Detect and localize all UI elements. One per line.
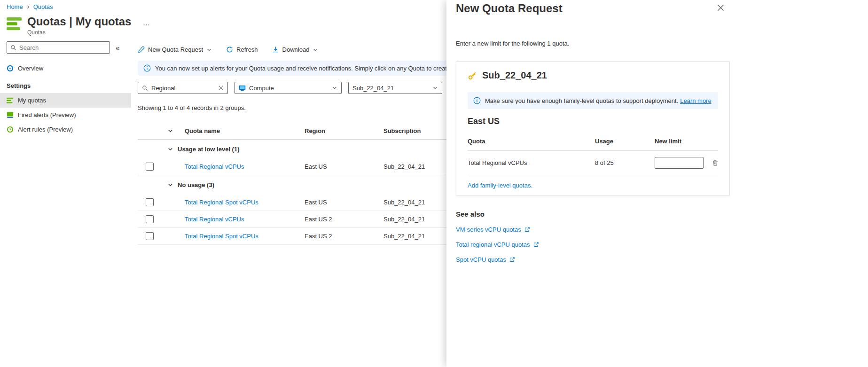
more-button[interactable]: … xyxy=(142,19,150,27)
row-checkbox[interactable] xyxy=(146,198,154,206)
quota-search-input[interactable] xyxy=(151,85,215,92)
panel-row-usage: 8 of 25 xyxy=(595,159,655,166)
column-header-usage: Usage xyxy=(595,138,655,145)
see-also-link-label: Total regional vCPU quotas xyxy=(456,241,530,248)
sidebar-search-input[interactable] xyxy=(19,44,106,51)
download-icon xyxy=(272,46,279,53)
sidebar-item-overview[interactable]: Overview xyxy=(0,61,131,76)
info-banner-text: Make sure you have enough family-level q… xyxy=(485,97,712,104)
quota-name-link[interactable]: Total Regional Spot vCPUs xyxy=(185,233,258,240)
subscription-dropdown[interactable]: Sub_22_04_21 xyxy=(348,82,442,94)
expand-all-chevron[interactable] xyxy=(138,128,185,134)
column-header-region[interactable]: Region xyxy=(305,127,383,134)
sidebar-item-alert-rules[interactable]: Alert rules (Preview) xyxy=(0,122,131,137)
sidebar-search-row: « xyxy=(0,41,131,54)
breadcrumb-quotas[interactable]: Quotas xyxy=(33,3,53,10)
group-label: Usage at low level (1) xyxy=(178,146,240,153)
page-title: Quotas | My quotas xyxy=(27,15,131,28)
see-also-link-spot[interactable]: Spot vCPU quotas xyxy=(456,256,515,263)
row-region: East US xyxy=(305,163,383,170)
fired-alerts-icon xyxy=(7,111,14,118)
download-button[interactable]: Download xyxy=(272,46,319,53)
panel-table-header: Quota Usage New limit xyxy=(468,138,718,151)
info-icon xyxy=(473,97,481,104)
row-region: East US xyxy=(305,199,383,206)
sidebar-item-fired-alerts[interactable]: Fired alerts (Preview) xyxy=(0,108,131,122)
close-panel-button[interactable] xyxy=(717,4,724,11)
compute-icon xyxy=(239,85,246,92)
pencil-icon xyxy=(138,46,145,53)
sidebar-search-box[interactable] xyxy=(7,41,110,54)
subscription-name: Sub_22_04_21 xyxy=(482,70,547,81)
quota-name-link[interactable]: Total Regional vCPUs xyxy=(185,163,244,170)
sidebar-settings-header: Settings xyxy=(0,76,131,93)
see-also-link-vm-series[interactable]: VM-series vCPU quotas xyxy=(456,226,530,233)
chevron-down-icon xyxy=(332,85,337,91)
search-icon xyxy=(10,45,16,51)
key-icon xyxy=(468,71,477,80)
see-also-link-label: VM-series vCPU quotas xyxy=(456,226,521,233)
chevron-right-icon xyxy=(26,5,31,9)
panel-row-quota: Total Regional vCPUs xyxy=(468,159,595,166)
overview-icon xyxy=(7,65,14,72)
new-quota-request-label: New Quota Request xyxy=(148,46,203,53)
refresh-button[interactable]: Refresh xyxy=(226,46,258,53)
new-limit-input[interactable] xyxy=(655,157,704,169)
my-quotas-icon xyxy=(7,97,14,104)
learn-more-link[interactable]: Learn more xyxy=(680,97,711,104)
page-subtitle: Quotas xyxy=(27,29,131,36)
chevron-down-icon xyxy=(313,47,318,53)
new-quota-request-panel: New Quota Request Enter a new limit for … xyxy=(446,0,868,367)
external-link-icon xyxy=(533,242,539,248)
trash-icon[interactable] xyxy=(712,159,719,166)
chevron-down-icon xyxy=(432,85,438,91)
sidebar-nav: Overview Settings My quotas Fired alerts… xyxy=(0,61,131,137)
row-checkbox[interactable] xyxy=(146,163,154,171)
title-block: Quotas | My quotas Quotas xyxy=(27,15,131,36)
row-checkbox[interactable] xyxy=(146,215,154,223)
add-family-quotas-link[interactable]: Add family-level quotas. xyxy=(468,182,532,189)
chevron-down-icon xyxy=(206,47,212,53)
external-link-icon xyxy=(524,226,530,233)
column-header-quota-name[interactable]: Quota name xyxy=(185,127,305,134)
quota-name-link[interactable]: Total Regional vCPUs xyxy=(185,216,244,223)
service-dropdown[interactable]: Compute xyxy=(235,82,342,94)
refresh-label: Refresh xyxy=(236,46,258,53)
subscription-card: Sub_22_04_21 Make sure you have enough f… xyxy=(456,61,730,196)
sidebar-item-label: Alert rules (Preview) xyxy=(18,126,73,133)
group-label: No usage (3) xyxy=(178,181,214,188)
region-heading: East US xyxy=(468,117,718,126)
panel-table-row: Total Regional vCPUs 8 of 25 xyxy=(468,151,718,175)
family-quota-info-banner: Make sure you have enough family-level q… xyxy=(468,92,718,109)
quota-name-link[interactable]: Total Regional Spot vCPUs xyxy=(185,199,258,206)
panel-content: New Quota Request Enter a new limit for … xyxy=(446,0,730,263)
alert-rules-icon xyxy=(7,126,14,133)
sidebar: « Overview Settings My quotas xyxy=(0,41,131,137)
collapse-sidebar-button[interactable]: « xyxy=(116,44,119,52)
row-checkbox[interactable] xyxy=(146,232,154,240)
clear-search-icon[interactable] xyxy=(218,85,224,91)
column-header-new-limit: New limit xyxy=(655,138,718,145)
sidebar-item-label: My quotas xyxy=(18,97,46,104)
subscription-card-header: Sub_22_04_21 xyxy=(468,70,718,81)
new-quota-request-button[interactable]: New Quota Request xyxy=(138,46,212,53)
see-also-heading: See also xyxy=(456,210,730,218)
info-text: Make sure you have enough family-level q… xyxy=(485,97,678,104)
info-icon xyxy=(143,64,151,72)
chevron-down-icon xyxy=(167,182,173,188)
sidebar-item-my-quotas[interactable]: My quotas xyxy=(0,93,131,108)
search-icon xyxy=(142,85,148,91)
quotas-page: Home Quotas Quotas | My quotas Quotas … xyxy=(0,0,868,245)
breadcrumb-home[interactable]: Home xyxy=(7,3,23,10)
panel-description: Enter a new limit for the following 1 qu… xyxy=(456,40,730,47)
sidebar-item-label: Fired alerts (Preview) xyxy=(18,111,76,118)
see-also-link-label: Spot vCPU quotas xyxy=(456,256,506,263)
see-also-link-total-regional[interactable]: Total regional vCPU quotas xyxy=(456,241,539,248)
external-link-icon xyxy=(509,257,515,263)
banner-text: You can now set up alerts for your Quota… xyxy=(155,65,455,72)
service-dropdown-value: Compute xyxy=(249,85,328,92)
refresh-icon xyxy=(226,46,233,53)
sidebar-item-label: Overview xyxy=(18,65,43,72)
subscription-dropdown-value: Sub_22_04_21 xyxy=(352,85,429,92)
quota-search-filter[interactable] xyxy=(138,82,228,94)
